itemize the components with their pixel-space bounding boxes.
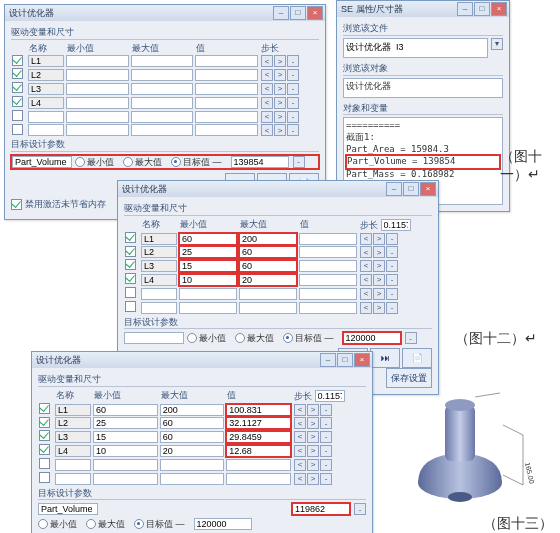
svg-point-2: [445, 399, 475, 411]
close-button[interactable]: ×: [307, 6, 323, 20]
dimension-label: 165.00: [524, 462, 535, 485]
group-vars: 对象和变量: [343, 103, 503, 116]
target-name-field[interactable]: [12, 156, 72, 168]
table-row: <>-: [124, 301, 432, 315]
svg-point-3: [448, 492, 472, 502]
info-line-volume: Part_Volume = 139854: [346, 155, 500, 169]
svg-rect-1: [445, 405, 475, 461]
table-row: <>-: [124, 259, 432, 273]
table-row: <>-: [11, 124, 319, 138]
name-field[interactable]: [28, 55, 64, 67]
table-row: <>-: [38, 417, 366, 431]
svg-line-7: [475, 393, 500, 397]
table-row: <>-: [11, 96, 319, 110]
vars-table: 名称最小值最大值值步长 <>- <>- <>- <>- <>- <>-: [11, 42, 319, 138]
target-row: 最小值 最大值 目标值 — -: [11, 155, 319, 169]
title-bar[interactable]: 设计优化器 – □ ×: [5, 5, 325, 21]
svg-line-5: [503, 475, 523, 485]
table-row: <>-: [11, 82, 319, 96]
table-row: <>-: [124, 273, 432, 287]
radio-target[interactable]: 目标值 —: [171, 157, 222, 168]
table-row: <>-: [124, 287, 432, 301]
figure-label-11: （图十一）↵: [500, 148, 560, 184]
group-drive: 驱动变量和尺寸: [11, 27, 319, 40]
info-line: Part_Area = 15984.3: [346, 144, 500, 156]
table-row: <>-: [38, 444, 366, 458]
table-row: <>-: [11, 110, 319, 124]
figure-label-12: （图十二）↵: [455, 330, 537, 348]
radio-max[interactable]: 最大值: [123, 157, 162, 168]
title-bar[interactable]: 设计优化器 – □ ×: [32, 352, 372, 368]
part-3d-view: 165.00: [395, 385, 545, 515]
group-obj: 浏览该对象: [343, 63, 503, 76]
table-row: <>-: [38, 430, 366, 444]
file-select[interactable]: [343, 38, 488, 58]
info-line: ==========: [346, 120, 500, 132]
target-value-field[interactable]: [343, 332, 401, 344]
table-row: <>-: [38, 458, 366, 472]
table-row: <>-: [11, 68, 319, 82]
table-row: <>-: [124, 232, 432, 246]
svg-line-4: [503, 425, 523, 435]
target-current-field[interactable]: [292, 503, 350, 515]
target-value-field[interactable]: [231, 156, 289, 168]
target-row: 最小值 最大值 目标值 — -: [124, 332, 432, 344]
table-row: <>-: [38, 403, 366, 417]
table-row: <>-: [38, 472, 366, 486]
step-left[interactable]: <: [261, 55, 273, 67]
row-check[interactable]: [12, 55, 23, 66]
disable-check[interactable]: 禁用激活未节省内存: [11, 199, 106, 210]
figure-label-13: （图十三）↵: [483, 515, 560, 533]
vars-table: 名称最小值最大值值步长 <>- <>- <>- <>- <>- <>-: [124, 218, 432, 315]
window-title: 设计优化器: [122, 184, 385, 195]
window-title: 设计优化器: [9, 8, 272, 19]
max-button[interactable]: □: [290, 6, 306, 20]
vars-table: 名称最小值最大值值步长 <>- <>- <>- <>- <>- <>-: [38, 389, 366, 486]
radio-min[interactable]: 最小值: [75, 157, 114, 168]
title-bar[interactable]: SE 属性/尺寸器 – □ ×: [337, 1, 509, 17]
group-target: 目标设计参数: [11, 139, 319, 152]
target-row: -: [38, 503, 366, 515]
group-file: 浏览该文件: [343, 23, 503, 36]
title-bar[interactable]: 设计优化器 – □ ×: [118, 181, 438, 197]
object-field[interactable]: 设计优化器: [343, 78, 503, 98]
table-row: <>-: [124, 246, 432, 260]
table-row: <>-: [11, 55, 319, 69]
window-title: SE 属性/尺寸器: [341, 4, 456, 15]
min-button[interactable]: –: [273, 6, 289, 20]
info-line: 截面1:: [346, 132, 500, 144]
